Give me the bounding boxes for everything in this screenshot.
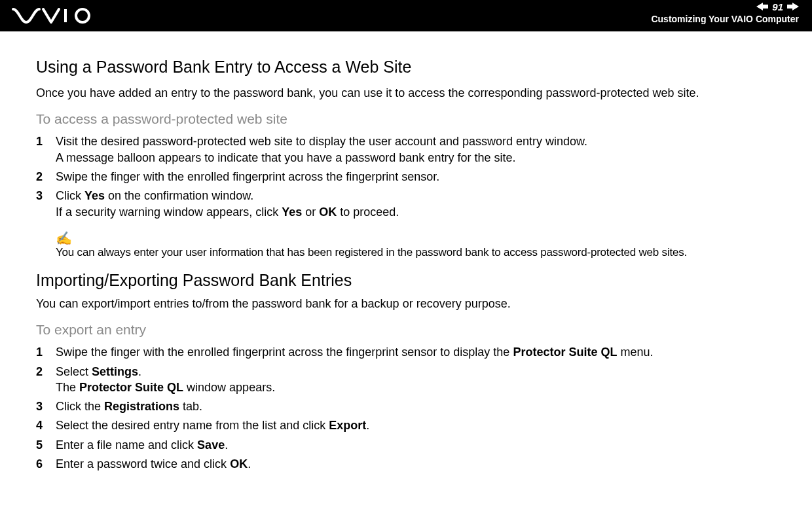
- step-item: 6 Enter a password twice and click OK.: [36, 456, 779, 472]
- step-item: 5 Enter a file name and click Save.: [36, 437, 779, 453]
- step-text: Swipe the finger with the enrolled finge…: [56, 344, 779, 360]
- step-text: Swipe the finger with the enrolled finge…: [56, 169, 779, 185]
- step-item: 2 Select Settings. The Protector Suite Q…: [36, 364, 779, 396]
- heading-import-export: Importing/Exporting Password Bank Entrie…: [36, 271, 779, 290]
- nav-next-icon[interactable]: [787, 1, 799, 13]
- subhead-export-entry: To export an entry: [36, 322, 779, 338]
- step-text: Enter a password twice and click OK.: [56, 456, 779, 472]
- step-number: 5: [36, 437, 56, 453]
- step-text: Visit the desired password-protected web…: [56, 133, 779, 149]
- step-text: Enter a file name and click Save.: [56, 437, 779, 453]
- step-number: 3: [36, 188, 56, 204]
- step-item: 1 Visit the desired password-protected w…: [36, 133, 779, 166]
- note-icon: ✍: [56, 232, 779, 245]
- note-block: ✍ You can always enter your user informa…: [56, 232, 779, 259]
- page-number: 91: [772, 2, 783, 13]
- step-text: If a security warning window appears, cl…: [56, 204, 779, 220]
- step-number: 2: [36, 169, 56, 185]
- steps-access-site: 1 Visit the desired password-protected w…: [36, 133, 779, 219]
- heading-password-bank-access: Using a Password Bank Entry to Access a …: [36, 58, 779, 77]
- header-bar: 91 Customizing Your VAIO Computer: [0, 0, 812, 31]
- step-number: 4: [36, 417, 56, 433]
- intro-paragraph: Once you have added an entry to the pass…: [36, 86, 779, 101]
- step-number: 2: [36, 364, 56, 380]
- intro-paragraph: You can export/import entries to/from th…: [36, 296, 779, 311]
- step-number: 6: [36, 456, 56, 472]
- step-item: 1 Swipe the finger with the enrolled fin…: [36, 344, 779, 360]
- step-text: A message balloon appears to indicate th…: [56, 150, 779, 166]
- section-name: Customizing Your VAIO Computer: [651, 14, 799, 24]
- step-number: 1: [36, 133, 56, 149]
- note-text: You can always enter your user informati…: [56, 246, 779, 259]
- svg-marker-3: [787, 3, 799, 10]
- step-text: Select Settings.: [56, 364, 779, 380]
- subhead-access-site: To access a password-protected web site: [36, 111, 779, 127]
- svg-rect-0: [64, 9, 67, 22]
- step-text: Click Yes on the confirmation window.: [56, 188, 779, 204]
- svg-marker-2: [756, 3, 768, 10]
- nav-prev-icon[interactable]: [756, 1, 768, 13]
- step-number: 1: [36, 344, 56, 360]
- svg-point-1: [76, 9, 89, 22]
- step-item: 4 Select the desired entry name from the…: [36, 417, 779, 433]
- header-right: 91 Customizing Your VAIO Computer: [651, 1, 799, 24]
- steps-export-entry: 1 Swipe the finger with the enrolled fin…: [36, 344, 779, 472]
- step-text: The Protector Suite QL window appears.: [56, 380, 779, 395]
- step-text: Select the desired entry name from the l…: [56, 417, 779, 433]
- step-item: 2 Swipe the finger with the enrolled fin…: [36, 169, 779, 185]
- step-number: 3: [36, 399, 56, 414]
- step-item: 3 Click the Registrations tab.: [36, 399, 779, 414]
- step-text: Click the Registrations tab.: [56, 399, 779, 414]
- vaio-logo: [12, 7, 103, 25]
- step-item: 3 Click Yes on the confirmation window. …: [36, 188, 779, 220]
- page-content: Using a Password Bank Entry to Access a …: [0, 31, 812, 503]
